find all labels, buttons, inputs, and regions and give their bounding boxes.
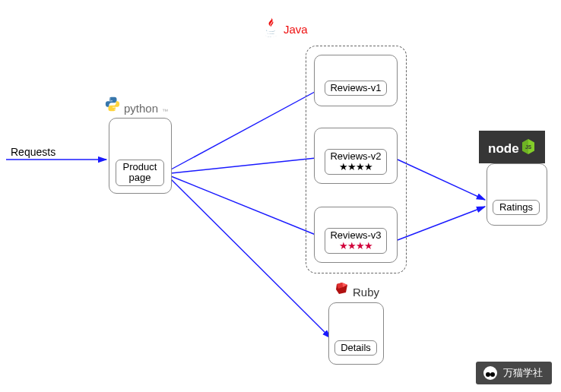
- ratings-node: Ratings: [493, 200, 540, 215]
- reviews-v2-node: Reviews-v2 ★★★★: [325, 149, 387, 175]
- ruby-tech-label: Ruby: [334, 281, 379, 299]
- reviews-v1-node: Reviews-v1: [325, 81, 387, 96]
- requests-label: Requests: [11, 146, 55, 158]
- svg-text:JS: JS: [525, 144, 532, 150]
- watermark-text: 万猫学社: [503, 366, 543, 380]
- reviews-v2-stars: ★★★★: [328, 162, 383, 172]
- nodejs-icon: JS: [521, 138, 536, 159]
- svg-line-6: [398, 207, 485, 240]
- java-icon: [262, 17, 280, 42]
- svg-line-3: [171, 176, 323, 238]
- python-tech-label: python ™: [104, 96, 168, 115]
- svg-line-5: [398, 160, 485, 200]
- reviews-v3-label: Reviews-v3: [328, 230, 383, 241]
- reviews-v1-label: Reviews-v1: [330, 82, 381, 93]
- ratings-container: [487, 163, 547, 226]
- java-text: Java: [284, 23, 308, 36]
- details-node: Details: [334, 340, 377, 356]
- ruby-icon: [334, 281, 350, 299]
- ratings-label: Ratings: [499, 201, 533, 213]
- python-text: python: [124, 102, 158, 115]
- node-tech-label: node JS: [479, 131, 545, 163]
- ruby-text: Ruby: [353, 286, 379, 299]
- node-text: node: [488, 141, 519, 156]
- product-page-node: Product page: [116, 160, 164, 186]
- svg-line-1: [171, 87, 323, 169]
- svg-line-2: [171, 157, 323, 173]
- svg-point-8: [114, 109, 115, 109]
- reviews-v3-stars: ★★★★: [328, 241, 383, 251]
- reviews-v3-node: Reviews-v3 ★★★★: [325, 228, 387, 254]
- svg-point-7: [109, 98, 110, 99]
- reviews-v2-label: Reviews-v2: [328, 151, 383, 162]
- arrows-layer: [0, 0, 561, 392]
- watermark-icon: [483, 366, 497, 380]
- details-label: Details: [341, 342, 371, 353]
- python-icon: [104, 96, 121, 115]
- watermark: 万猫学社: [476, 362, 552, 384]
- java-tech-label: Java: [262, 17, 308, 42]
- product-page-label: Product page: [123, 161, 157, 183]
